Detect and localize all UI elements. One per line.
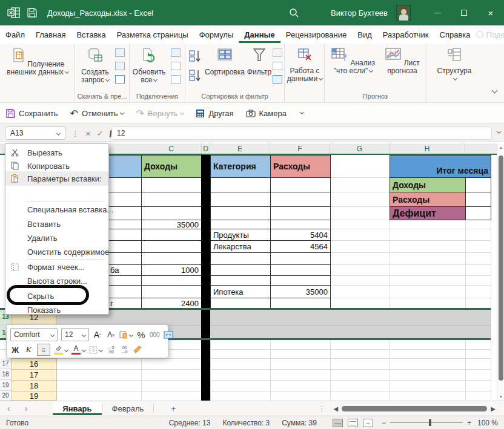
cell-a17[interactable]: 16 bbox=[11, 358, 57, 370]
font-name-select[interactable]: Comfort bbox=[10, 328, 58, 341]
tab-developer[interactable]: Разработчик bbox=[377, 27, 434, 43]
cell[interactable] bbox=[210, 192, 271, 207]
cell-total-deficit[interactable]: Дефицит bbox=[390, 206, 466, 220]
cell[interactable] bbox=[270, 264, 331, 276]
cell-category-header[interactable]: Категория bbox=[210, 155, 271, 178]
cell-f7[interactable]: 4564 bbox=[270, 240, 331, 253]
zoom-slider[interactable] bbox=[390, 422, 463, 423]
zoom-out-icon[interactable]: − bbox=[382, 419, 386, 427]
formula-input[interactable]: 12 bbox=[111, 126, 492, 140]
normal-view-button[interactable] bbox=[333, 419, 343, 427]
cell[interactable] bbox=[270, 275, 331, 286]
tab-file[interactable]: Файл bbox=[0, 27, 30, 43]
cell-c5-income[interactable]: 35000 bbox=[141, 220, 202, 229]
cell-c9[interactable]: 1000 bbox=[141, 264, 202, 276]
cell[interactable] bbox=[210, 275, 271, 286]
format-painter-button[interactable] bbox=[133, 344, 142, 356]
comma-style-button[interactable]: 000 bbox=[150, 329, 160, 341]
font-color-button[interactable]: А bbox=[71, 344, 85, 356]
scroll-down-icon[interactable]: ▼ bbox=[497, 395, 504, 399]
grow-font-button[interactable]: А^ bbox=[93, 329, 102, 341]
cell[interactable] bbox=[465, 192, 491, 207]
chevron-down-icon[interactable] bbox=[179, 110, 184, 117]
cell-c12[interactable]: 2400 bbox=[141, 298, 202, 309]
cell[interactable] bbox=[210, 264, 271, 276]
advanced-filter-icon[interactable] bbox=[273, 75, 282, 84]
what-if-button[interactable]: ? Анализ "что если" bbox=[327, 47, 379, 75]
cell[interactable] bbox=[210, 177, 271, 192]
tab-help[interactable]: Справка bbox=[434, 27, 476, 43]
sheet-tab-february[interactable]: Февраль bbox=[102, 402, 154, 415]
column-header-g[interactable]: G bbox=[330, 143, 390, 154]
outline-button[interactable]: Структура bbox=[431, 47, 477, 83]
tab-review[interactable]: Рецензирование bbox=[280, 27, 352, 43]
column-header-c[interactable]: C bbox=[141, 143, 202, 154]
qat-overflow-button[interactable] bbox=[293, 113, 310, 114]
align-button-active[interactable]: ≡ bbox=[37, 344, 50, 356]
quick-save-icon[interactable] bbox=[27, 7, 38, 18]
cell[interactable] bbox=[270, 298, 331, 309]
cell[interactable] bbox=[141, 285, 202, 298]
connections-icon[interactable] bbox=[171, 48, 181, 57]
close-button[interactable]: × bbox=[477, 0, 504, 25]
increase-decimal-button[interactable]: ←0.00 bbox=[106, 344, 116, 356]
tab-view[interactable]: Вид bbox=[352, 27, 377, 43]
tab-page-layout[interactable]: Разметка страницы bbox=[111, 27, 194, 43]
enter-icon[interactable]: ✓ bbox=[97, 129, 104, 138]
page-break-view-button[interactable] bbox=[363, 419, 373, 427]
sheet-next-icon[interactable]: › bbox=[18, 404, 35, 413]
data-tools-button[interactable]: Работа с данными bbox=[285, 47, 325, 83]
horizontal-scrollbar[interactable]: ⋮ ◀ ▶ bbox=[319, 405, 504, 413]
cell[interactable] bbox=[270, 220, 331, 229]
borders-button[interactable] bbox=[89, 344, 102, 356]
percent-style-button[interactable]: % bbox=[136, 329, 146, 341]
clear-filter-icon[interactable] bbox=[273, 48, 282, 57]
save-button[interactable]: Сохранить bbox=[0, 109, 64, 118]
existing-connections-icon[interactable] bbox=[115, 75, 125, 84]
column-header-d[interactable]: D bbox=[202, 143, 210, 154]
cell[interactable] bbox=[141, 229, 202, 241]
minimize-button[interactable] bbox=[424, 0, 451, 25]
tab-data-active[interactable]: Данные bbox=[239, 27, 280, 43]
cell[interactable] bbox=[141, 275, 202, 286]
cell-income-header[interactable]: Доходы bbox=[141, 155, 202, 178]
menu-item-paste-options[interactable]: Параметры вставки: bbox=[5, 171, 108, 186]
name-box[interactable]: A13 bbox=[5, 126, 65, 140]
cell-e7[interactable]: Лекарства bbox=[210, 240, 271, 253]
collapse-ribbon-button[interactable] bbox=[491, 85, 497, 96]
menu-item-delete[interactable]: Удалить bbox=[5, 231, 108, 244]
redo-button[interactable]: ↷ Вернуть bbox=[130, 108, 190, 119]
refresh-all-button[interactable]: Обновить все bbox=[130, 47, 168, 84]
sort-za-icon[interactable] bbox=[189, 69, 201, 82]
grip-dots-icon[interactable]: ⋮ bbox=[71, 129, 79, 138]
tab-formulas[interactable]: Формулы bbox=[194, 27, 239, 43]
italic-button[interactable]: К bbox=[24, 344, 33, 356]
cell[interactable] bbox=[141, 206, 202, 220]
cell[interactable] bbox=[210, 298, 271, 309]
cell[interactable] bbox=[270, 177, 331, 192]
properties-icon[interactable] bbox=[171, 62, 181, 70]
menu-item-format-cells[interactable]: Формат ячеек... bbox=[5, 260, 108, 273]
menu-item-insert[interactable]: Вставить bbox=[5, 217, 108, 231]
from-table-icon[interactable] bbox=[115, 48, 125, 57]
menu-item-clear-contents[interactable]: Очистить содержимое bbox=[5, 245, 108, 258]
format-painter-options-button[interactable] bbox=[119, 329, 133, 341]
recent-sources-icon[interactable] bbox=[115, 62, 125, 70]
vertical-scroll-thumb[interactable] bbox=[499, 156, 503, 381]
menu-item-cut[interactable]: Вырезать bbox=[5, 146, 108, 159]
reapply-filter-icon[interactable] bbox=[273, 62, 282, 70]
cell-a19[interactable]: 18 bbox=[11, 380, 57, 391]
cell[interactable] bbox=[141, 192, 202, 207]
tab-insert[interactable]: Вставка bbox=[71, 27, 111, 43]
other-button[interactable]: Другая bbox=[190, 109, 239, 118]
splitter-grip-icon[interactable]: ⋮ bbox=[319, 405, 325, 413]
menu-item-unhide[interactable]: Показать bbox=[5, 303, 108, 316]
vertical-scrollbar[interactable]: ▲ ▼ bbox=[497, 143, 504, 401]
add-sheet-button[interactable]: + bbox=[154, 402, 193, 415]
column-header-f[interactable]: F bbox=[270, 143, 330, 154]
scroll-up-icon[interactable]: ▲ bbox=[497, 145, 504, 149]
menu-item-copy[interactable]: Копировать bbox=[5, 159, 108, 172]
row-header-17[interactable]: 17 bbox=[0, 358, 11, 369]
fill-color-button[interactable] bbox=[54, 344, 68, 356]
row-header-18[interactable]: 18 bbox=[0, 369, 11, 380]
